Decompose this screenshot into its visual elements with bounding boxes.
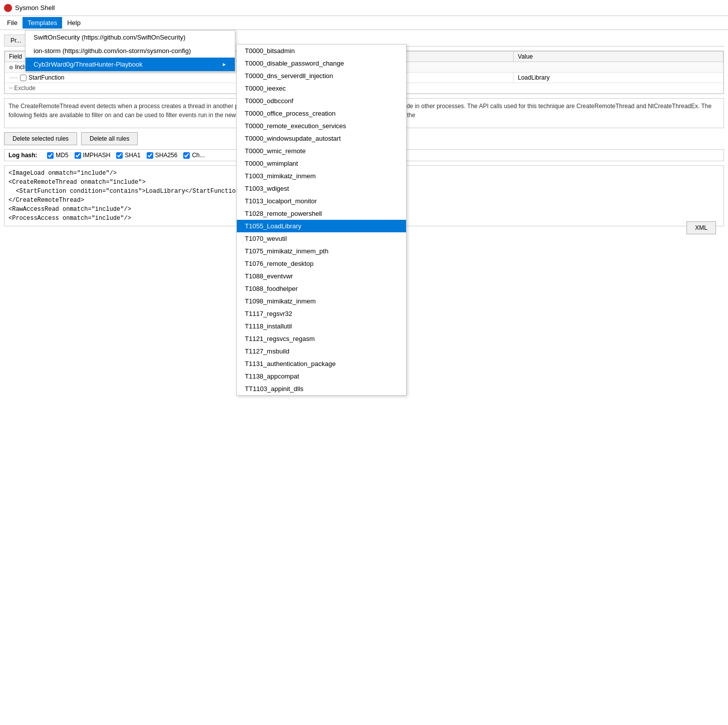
submenu-item-12[interactable]: T1013_localport_monitor [237,195,406,207]
submenu-item-24[interactable]: T1127_msbuild [237,345,406,357]
title-bar: Sysmon Shell [0,0,728,16]
row-checkbox[interactable] [20,75,27,81]
hash-imphash-checkbox[interactable] [75,152,81,159]
hash-ch-checkbox[interactable] [183,152,190,159]
submenu-item-8[interactable]: T0000_wmic_remote [237,145,406,157]
submenu-item-1[interactable]: T0000_disable_password_change [237,57,406,70]
tree-connector: ┈┈┈ [9,75,18,81]
submenu-item-25[interactable]: T1131_authentication_package [237,357,406,370]
submenu-arrow-icon: ► [222,62,227,67]
hash-md5-label: MD5 [56,152,68,159]
collapse-include-icon[interactable]: ⊝ [9,65,13,70]
submenu-item-5[interactable]: T0000_office_process_creation [237,107,406,120]
log-hash-label: Log hash: [9,152,37,159]
row-field-label: StartFunction [29,74,64,81]
submenu-item-14[interactable]: T1055_LoadLibrary [237,220,406,232]
title-bar-text: Sysmon Shell [15,4,55,12]
submenu-item-13[interactable]: T1028_remote_powershell [237,207,406,220]
xml-button[interactable]: XML [686,221,716,234]
hash-ch[interactable]: Ch... [183,152,204,159]
cyb3rward0g-submenu: T0000_bitsadmin T0000_disable_password_c… [236,44,407,396]
hash-sha1-label: SHA1 [125,152,140,159]
menu-help[interactable]: Help [62,17,86,29]
templates-dropdown: SwiftOnSecurity (https://github.com/Swif… [25,30,235,72]
tab-pr[interactable]: Pr... [4,35,28,46]
submenu-scroll[interactable]: T0000_bitsadmin T0000_disable_password_c… [237,45,406,395]
row-value-cell: LoadLibrary [514,73,723,83]
dropdown-item-ion-storm[interactable]: ion-storm (https://github.com/ion-storm/… [26,44,235,58]
submenu-item-22[interactable]: T1118_installutil [237,320,406,332]
submenu-item-19[interactable]: T1088_foodhelper [237,282,406,295]
menu-file[interactable]: File [2,17,23,29]
submenu-item-23[interactable]: T1121_regsvcs_regasm [237,332,406,345]
menu-templates[interactable]: Templates [23,17,62,29]
hash-sha256-checkbox[interactable] [147,152,153,159]
dropdown-item-swiftonsecurity[interactable]: SwiftOnSecurity (https://github.com/Swif… [26,31,235,44]
submenu-item-2[interactable]: T0000_dns_serverdll_injection [237,70,406,82]
sysmon-icon [4,4,12,12]
hash-imphash[interactable]: IMPHASH [75,152,111,159]
submenu-item-20[interactable]: T1098_mimikatz_inmem [237,295,406,307]
submenu-item-21[interactable]: T1117_regsvr32 [237,307,406,320]
submenu-item-16[interactable]: T1075_mimikatz_inmem_pth [237,245,406,257]
delete-selected-button[interactable]: Delete selected rules [4,132,77,145]
hash-sha256-label: SHA256 [155,152,178,159]
menu-bar: File Templates Help SwiftOnSecurity (htt… [0,16,728,30]
submenu-item-3[interactable]: T0000_ieexec [237,82,406,95]
submenu-item-18[interactable]: T1088_eventvwr [237,270,406,282]
submenu-item-17[interactable]: T1076_remote_desktop [237,257,406,270]
exclude-group-label: ┈ Exclude [9,85,36,92]
dropdown-item-cyb3rward0g-label: Cyb3rWard0g/ThreatHunter-Playbook [34,61,143,68]
submenu-item-27[interactable]: TT1103_appinit_dlls [237,383,406,395]
dropdown-item-cyb3rward0g[interactable]: Cyb3rWard0g/ThreatHunter-Playbook ► [26,58,235,71]
submenu-item-6[interactable]: T0000_remote_execution_services [237,120,406,132]
hash-ch-label: Ch... [192,152,204,159]
submenu-item-4[interactable]: T0000_odbcconf [237,95,406,107]
submenu-item-9[interactable]: T0000_wmimplant [237,157,406,170]
hash-imphash-label: IMPHASH [83,152,111,159]
hash-md5[interactable]: MD5 [47,152,68,159]
hash-md5-checkbox[interactable] [47,152,54,159]
hash-sha1[interactable]: SHA1 [116,152,140,159]
submenu-item-26[interactable]: T1138_appcompat [237,370,406,383]
submenu-item-10[interactable]: T1003_mimikatz_inmem [237,170,406,182]
hash-sha1-checkbox[interactable] [116,152,123,159]
col-value: Value [514,52,723,62]
hash-sha256[interactable]: SHA256 [147,152,178,159]
submenu-item-11[interactable]: T1003_wdigest [237,182,406,195]
submenu-item-0[interactable]: T0000_bitsadmin [237,45,406,57]
delete-all-button[interactable]: Delete all rules [81,132,138,145]
submenu-item-7[interactable]: T0000_windowsupdate_autostart [237,132,406,145]
submenu-item-15[interactable]: T1070_wevutil [237,232,406,245]
